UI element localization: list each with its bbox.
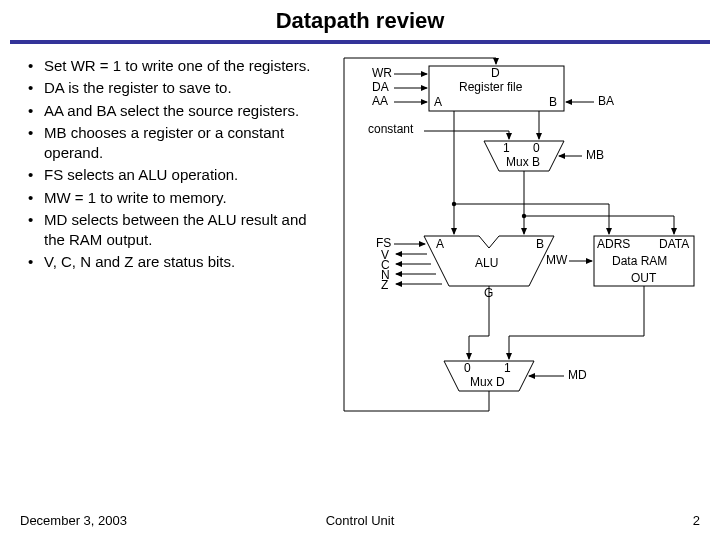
footer-center: Control Unit [326,513,395,528]
label-out: OUT [631,271,656,285]
footer: December 3, 2003 Control Unit 2 [0,513,720,528]
bullet-item: V, C, N and Z are status bits. [24,252,314,272]
label-muxd-one: 1 [504,361,511,375]
diagram-svg [314,56,714,446]
title-underline [10,40,710,44]
label-muxd-zero: 0 [464,361,471,375]
label-mux-one: 1 [503,141,510,155]
label-wr: WR [372,66,392,80]
bullet-item: DA is the register to save to. [24,78,314,98]
bullet-item: Set WR = 1 to write one of the registers… [24,56,314,76]
label-data: DATA [659,237,689,251]
bullet-item: MD selects between the ALU result and th… [24,210,314,251]
label-b-top: B [549,95,557,109]
datapath-diagram: WR DA AA BA D Register file A B constant… [314,56,704,436]
label-mux-zero: 0 [533,141,540,155]
content-area: Set WR = 1 to write one of the registers… [0,48,720,436]
label-muxb: Mux B [506,155,540,169]
label-da: DA [372,80,389,94]
bullet-list: Set WR = 1 to write one of the registers… [24,56,314,436]
label-g: G [484,286,493,300]
label-mb: MB [586,148,604,162]
label-md: MD [568,368,587,382]
label-adrs: ADRS [597,237,630,251]
label-dataram: Data RAM [612,254,667,268]
slide-title: Datapath review [0,0,720,40]
label-regfile: Register file [459,80,522,94]
bullet-item: MW = 1 to write to memory. [24,188,314,208]
label-ba: BA [598,94,614,108]
label-d: D [491,66,500,80]
bullet-item: AA and BA select the source registers. [24,101,314,121]
label-b-alu: B [536,237,544,251]
label-a-top: A [434,95,442,109]
label-muxd: Mux D [470,375,505,389]
label-z: Z [381,278,388,292]
label-mw: MW [546,253,567,267]
bullet-item: FS selects an ALU operation. [24,165,314,185]
bullet-item: MB chooses a register or a constant oper… [24,123,314,164]
footer-page: 2 [693,513,700,528]
label-a-alu: A [436,237,444,251]
label-alu: ALU [475,256,498,270]
footer-date: December 3, 2003 [20,513,127,528]
label-aa: AA [372,94,388,108]
label-constant: constant [368,122,413,136]
